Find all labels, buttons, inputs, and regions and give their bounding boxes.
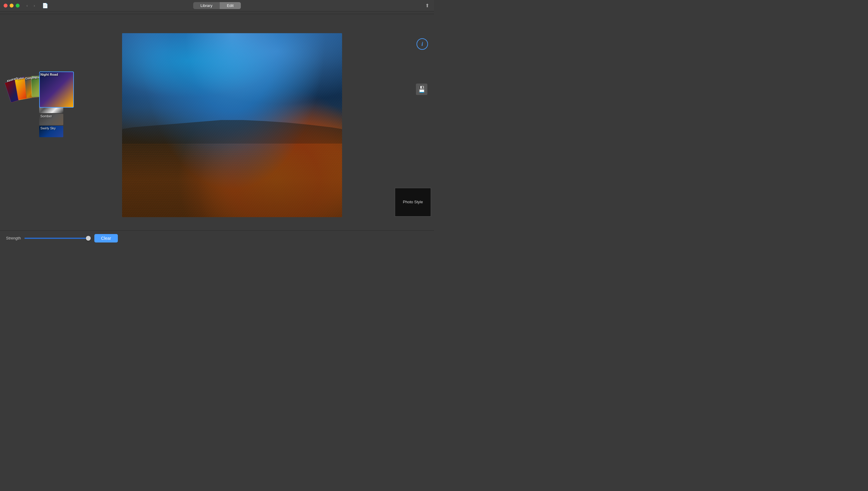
nav-forward-button[interactable]: › xyxy=(31,3,37,9)
somber-label: Somber xyxy=(40,114,52,118)
swirly-label: Swirly Sky xyxy=(40,126,56,130)
save-button[interactable]: 💾 xyxy=(416,84,427,95)
bridge-silhouette xyxy=(122,107,342,144)
img-label: Img xyxy=(32,76,37,79)
main-area: Abstract Color Composition Img Night Roa… xyxy=(0,14,434,233)
strength-slider[interactable] xyxy=(24,238,91,239)
water-reflection xyxy=(122,144,342,217)
info-button[interactable]: i xyxy=(416,38,428,50)
traffic-lights xyxy=(4,4,20,7)
titlebar: ‹ › 📄 Library Edit ⬆ xyxy=(0,0,434,11)
close-button[interactable] xyxy=(4,4,7,7)
photo-style-label: Photo Style xyxy=(403,199,423,205)
strength-label: Strength xyxy=(6,236,21,240)
share-icon[interactable]: ⬆ xyxy=(425,3,429,8)
nav-back-button[interactable]: ‹ xyxy=(24,3,30,9)
style-item-somber[interactable]: Somber xyxy=(39,114,63,125)
minimize-button[interactable] xyxy=(10,4,13,7)
nav-buttons: ‹ › xyxy=(24,3,37,9)
clear-button[interactable]: Clear xyxy=(94,234,118,242)
night-road-card[interactable] xyxy=(39,71,74,108)
edit-tab[interactable]: Edit xyxy=(220,2,241,9)
photo-style-badge: Photo Style xyxy=(395,188,431,216)
bridge-artwork xyxy=(122,33,342,217)
segment-control: Library Edit xyxy=(193,2,241,9)
maximize-button[interactable] xyxy=(16,4,20,7)
night-road-label: Night Road xyxy=(40,73,58,76)
style-item-swirly[interactable]: Swirly Sky xyxy=(39,126,63,137)
file-icon: 📄 xyxy=(42,3,48,8)
main-image xyxy=(122,33,342,217)
slider-thumb[interactable] xyxy=(86,236,91,241)
library-tab[interactable]: Library xyxy=(193,2,220,9)
info-icon: i xyxy=(421,41,423,47)
sky-overlay xyxy=(122,33,342,125)
bottom-bar: Strength Clear xyxy=(0,230,434,246)
save-icon: 💾 xyxy=(418,86,426,93)
